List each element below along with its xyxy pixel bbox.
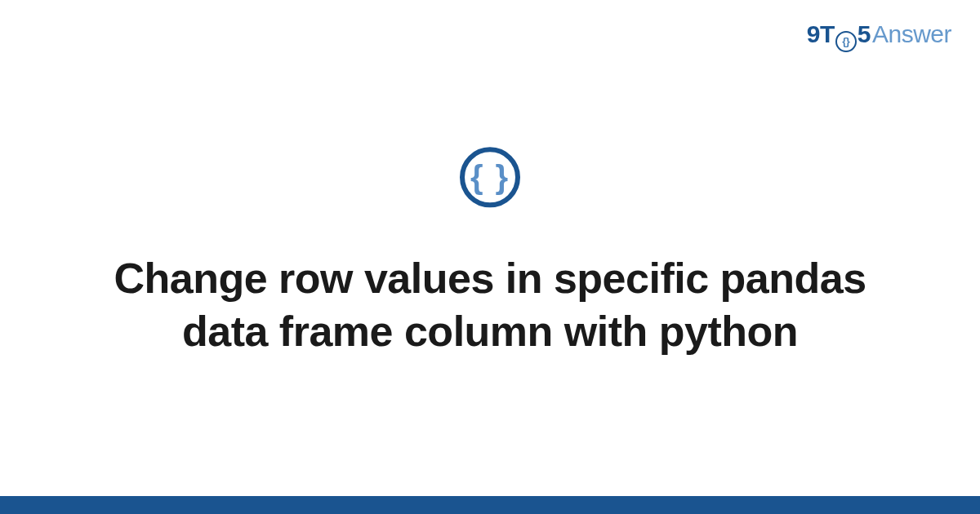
- logo-part-answer: Answer: [872, 20, 951, 48]
- footer-accent-bar: [0, 496, 980, 514]
- page-title: Change row values in specific pandas dat…: [0, 252, 980, 358]
- logo-zero-braces: {}: [842, 36, 849, 47]
- logo-zero-circle: {}: [835, 31, 857, 52]
- main-content: { } Change row values in specific pandas…: [0, 147, 980, 358]
- logo-part-9t: 9T: [807, 20, 835, 48]
- code-braces-icon: { }: [460, 147, 520, 207]
- braces-glyph: { }: [470, 161, 510, 193]
- logo-part-5: 5: [858, 20, 871, 48]
- site-logo[interactable]: 9T {} 5 Answer: [807, 20, 951, 50]
